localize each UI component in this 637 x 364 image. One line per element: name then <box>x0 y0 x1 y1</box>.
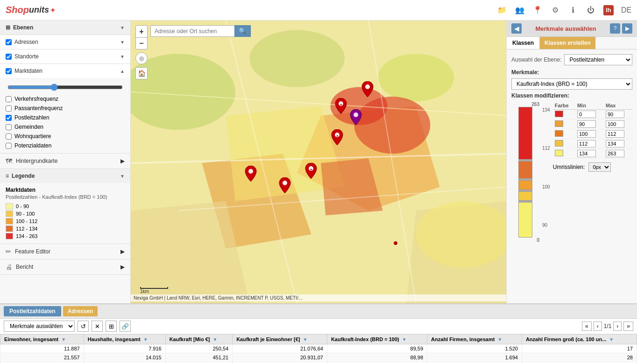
clear-btn[interactable]: ✕ <box>92 321 103 332</box>
th-firmen-insgesamt[interactable]: Anzahl Firmen, insgesamt ▼ <box>427 335 522 344</box>
svg-text:●: ● <box>340 103 342 106</box>
map-marker-3[interactable]: ● <box>331 129 344 145</box>
th-einwohner[interactable]: Einwohner, insgesamt ▼ <box>0 335 84 344</box>
verkehrsfrequenz-cb[interactable] <box>6 96 12 102</box>
location-icon[interactable]: 📍 <box>532 5 543 15</box>
map-marker-1[interactable] <box>361 81 374 97</box>
max-input-3[interactable] <box>606 140 624 147</box>
max-input-0[interactable] <box>606 111 624 118</box>
map-search-input[interactable] <box>150 25 234 37</box>
lang-label[interactable]: DE <box>621 5 631 15</box>
panel-nav-btns: ? ▶ <box>610 23 632 34</box>
svg-point-20 <box>365 84 370 89</box>
max-input-2[interactable] <box>606 130 624 138</box>
map-marker-5[interactable] <box>278 177 291 193</box>
sidebar-legende-header[interactable]: ≡ Legende ▼ <box>0 169 130 183</box>
link-btn[interactable]: 🔗 <box>120 321 131 332</box>
max-input-1[interactable] <box>606 120 624 128</box>
bottom-tab-postleitzahlen[interactable]: Postleitzahldaten <box>4 306 61 316</box>
sidebar-hintergrundkarte[interactable]: 🗺 Hintergrundkarte ▶ <box>0 154 130 169</box>
klassen-color-0 <box>553 110 575 119</box>
map-container[interactable]: + − ◎ 🏠 🔍 ● <box>131 21 506 303</box>
adressen-checkbox[interactable] <box>6 39 12 45</box>
klassen-table: Farbe Min Max <box>553 102 632 159</box>
svg-point-26 <box>283 181 287 185</box>
legend-color-0 <box>6 203 13 210</box>
legende-label: Legende <box>12 173 35 179</box>
sidebar-ebenen-header[interactable]: ⊞ Ebenen ▼ <box>0 21 130 35</box>
power-icon[interactable]: ⏻ <box>586 5 596 15</box>
panel-next-btn[interactable]: ▶ <box>622 23 632 34</box>
map-search-btn[interactable]: 🔍 <box>234 25 251 37</box>
tab-klassen-erstellen[interactable]: Klassen erstellen <box>540 37 595 49</box>
map-home-btn[interactable]: 🏠 <box>135 67 148 79</box>
klassen-max-3 <box>604 139 632 149</box>
feature-editor-label: Feature Editor <box>15 248 50 255</box>
legend-range-2: 100 - 112 <box>16 218 37 224</box>
min-input-3[interactable] <box>577 140 596 147</box>
merkmale-auswählen-select[interactable]: Merkmale auswählen <box>4 321 75 332</box>
potenzialdaten-cb[interactable] <box>6 143 12 149</box>
sidebar-feature-editor[interactable]: ✏ Feature Editor ▶ <box>0 244 130 259</box>
svg-point-21 <box>354 112 358 117</box>
sidebar-adressen-header[interactable]: Adressen ▼ <box>0 35 130 49</box>
marktdaten-slider[interactable] <box>7 84 123 91</box>
passantenfrequenz-cb[interactable] <box>6 105 12 112</box>
th-kaufkraft[interactable]: Kaufkraft [Mio €] ▼ <box>165 335 232 344</box>
logo[interactable]: Shopunits ✦ <box>6 5 56 15</box>
klassen-color-4 <box>553 149 575 159</box>
map-marker-2[interactable] <box>349 109 362 125</box>
sidebar-legende-section: ≡ Legende ▼ Marktdaten Postleitzahlen - … <box>0 169 130 244</box>
standorte-checkbox[interactable] <box>6 54 12 60</box>
zoom-in-btn[interactable]: + <box>135 25 148 37</box>
zoom-out-btn[interactable]: − <box>135 37 148 49</box>
info-icon[interactable]: ℹ <box>568 5 578 15</box>
klassen-min-4 <box>575 149 604 159</box>
th-farbe: Farbe <box>553 102 575 110</box>
sidebar-standorte-section: Standorte ▼ <box>0 49 130 64</box>
map-marker-4[interactable]: ● <box>304 163 318 179</box>
panel-back-btn[interactable]: ◀ <box>511 23 522 34</box>
min-input-4[interactable] <box>577 150 596 157</box>
next-page-btn[interactable]: › <box>613 322 622 331</box>
prev-page-btn[interactable]: ‹ <box>594 322 602 331</box>
map-marker-0[interactable]: ● <box>334 98 347 114</box>
min-input-2[interactable] <box>577 130 596 138</box>
panel-help-btn[interactable]: ? <box>610 23 620 34</box>
th-kaufkraft-index[interactable]: Kaufkraft-Index (BRD = 100) ▼ <box>327 335 427 344</box>
sliders-icon[interactable]: ⚙ <box>550 5 560 15</box>
users-icon[interactable]: 👥 <box>515 5 525 15</box>
sidebar-standorte-header[interactable]: Standorte ▼ <box>0 49 130 63</box>
legend-item-0: 0 - 90 <box>6 203 125 210</box>
user-initials[interactable]: Ih <box>603 5 614 15</box>
postleitzahlen-cb[interactable] <box>6 115 12 121</box>
cell-kje-2: 22.072,56 <box>233 362 327 364</box>
umriss-select[interactable]: 0px <box>588 162 611 172</box>
min-input-1[interactable] <box>577 120 596 128</box>
min-input-0[interactable] <box>577 111 596 118</box>
th-kaufkraft-je[interactable]: Kaufkraft je Einwohner [€] ▼ <box>233 335 327 344</box>
max-input-4[interactable] <box>606 150 624 157</box>
table-btn[interactable]: ⊞ <box>106 321 117 332</box>
hintergrundkarte-arrow: ▶ <box>120 158 125 164</box>
marktdaten-checkbox[interactable] <box>6 68 12 74</box>
map-marker-6[interactable] <box>244 166 257 182</box>
map-locate-btn[interactable]: ◎ <box>135 52 148 64</box>
sidebar-adressen-section: Adressen ▼ <box>0 35 130 49</box>
first-page-btn[interactable]: « <box>582 322 592 331</box>
th-haushalte[interactable]: Haushalte, insgesamt ▼ <box>84 335 165 344</box>
ebene-select[interactable]: Postleitzahlen <box>564 54 632 65</box>
legend-item-1: 90 - 100 <box>6 210 125 217</box>
gemeinden-cb[interactable] <box>6 124 12 130</box>
tab-klassen[interactable]: Klassen <box>507 37 540 49</box>
last-page-btn[interactable]: » <box>623 322 633 331</box>
th-firmen-gross[interactable]: Anzahl Firmen groß (ca. 100 un... ▼ <box>522 335 637 344</box>
hintergrundkarte-label: Hintergrundkarte <box>16 158 57 164</box>
undo-btn[interactable]: ↺ <box>78 321 89 332</box>
bottom-tab-adressen[interactable]: Adressen <box>63 306 98 316</box>
wohnquartiere-cb[interactable] <box>6 133 12 140</box>
merkmale-select[interactable]: Kaufkraft-Index (BRD = 100) <box>511 78 632 90</box>
folder-icon[interactable]: 📁 <box>497 5 507 15</box>
sidebar-marktdaten-header[interactable]: Marktdaten ▲ <box>0 64 130 78</box>
sidebar-bericht[interactable]: 🖨 Bericht ▶ <box>0 259 130 275</box>
